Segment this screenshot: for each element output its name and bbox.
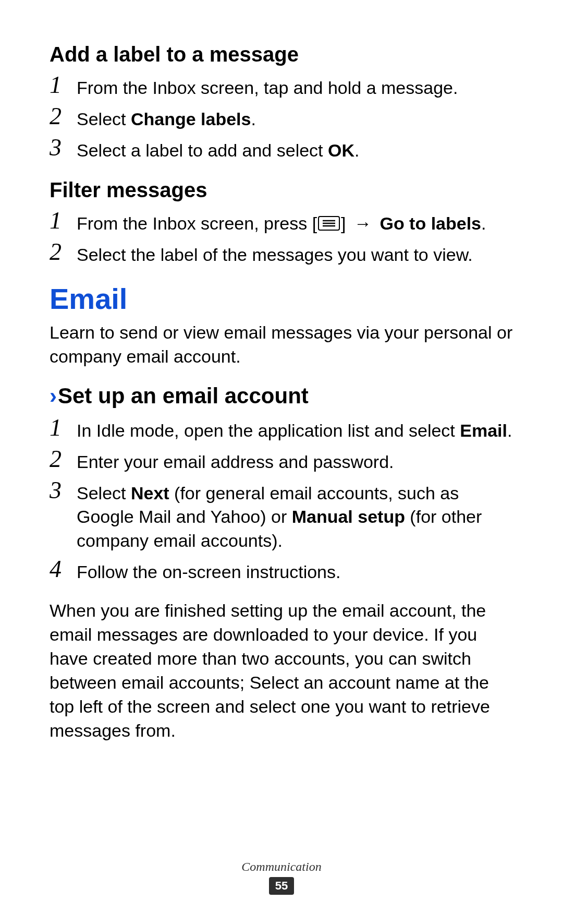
- step-text: Select the label of the messages you wan…: [77, 241, 513, 267]
- step-text: From the Inbox screen, tap and hold a me…: [77, 74, 513, 100]
- steps-setup-account: 1 In Idle mode, open the application lis…: [50, 417, 513, 584]
- heading-add-label: Add a label to a message: [50, 42, 513, 67]
- step-item: 2 Select Change labels.: [50, 105, 513, 131]
- step-number: 2: [50, 104, 77, 129]
- menu-icon: [318, 216, 340, 231]
- manual-page: Add a label to a message 1 From the Inbo…: [0, 0, 563, 924]
- step-number: 4: [50, 557, 77, 582]
- step-text: Select Next (for general email accounts,…: [77, 479, 513, 554]
- step-text: Select Change labels.: [77, 105, 513, 131]
- bold-fragment: OK: [328, 140, 354, 160]
- heading-email: Email: [50, 281, 513, 316]
- step-number: 2: [50, 447, 77, 472]
- step-item: 1 In Idle mode, open the application lis…: [50, 417, 513, 443]
- step-item: 1 From the Inbox screen, press [ ] → Go …: [50, 210, 513, 236]
- bold-fragment: Change labels: [131, 109, 251, 129]
- text-fragment: .: [481, 213, 486, 233]
- heading-text: Set up an email account: [58, 383, 309, 408]
- step-number: 3: [50, 135, 77, 160]
- step-text: Select a label to add and select OK.: [77, 137, 513, 163]
- text-fragment: .: [251, 109, 255, 129]
- step-item: 3 Select a label to add and select OK.: [50, 137, 513, 163]
- step-item: 2 Select the label of the messages you w…: [50, 241, 513, 267]
- bold-fragment: Go to labels: [380, 213, 481, 233]
- step-text: From the Inbox screen, press [ ] → Go to…: [77, 210, 513, 236]
- step-text: Enter your email address and password.: [77, 448, 513, 474]
- email-intro: Learn to send or view email messages via…: [50, 321, 513, 369]
- steps-filter-messages: 1 From the Inbox screen, press [ ] → Go …: [50, 210, 513, 267]
- step-number: 1: [50, 73, 77, 98]
- step-item: 1 From the Inbox screen, tap and hold a …: [50, 74, 513, 100]
- bold-fragment: Manual setup: [292, 507, 405, 526]
- heading-filter-messages: Filter messages: [50, 177, 513, 202]
- text-fragment: .: [354, 140, 359, 160]
- text-fragment: Select: [77, 109, 131, 129]
- step-number: 1: [50, 208, 77, 233]
- chevron-icon: ›: [50, 383, 57, 408]
- step-item: 3 Select Next (for general email account…: [50, 479, 513, 554]
- text-fragment: .: [507, 421, 512, 440]
- step-text: In Idle mode, open the application list …: [77, 417, 513, 443]
- bold-fragment: Next: [131, 483, 169, 503]
- page-number: 55: [269, 877, 294, 895]
- text-fragment: In Idle mode, open the application list …: [77, 421, 460, 440]
- text-fragment: Select: [77, 483, 131, 503]
- text-fragment: From the Inbox screen, press [: [77, 213, 317, 233]
- step-item: 2 Enter your email address and password.: [50, 448, 513, 474]
- step-number: 2: [50, 239, 77, 265]
- text-fragment: Select a label to add and select: [77, 140, 328, 160]
- steps-add-label: 1 From the Inbox screen, tap and hold a …: [50, 74, 513, 163]
- step-number: 3: [50, 478, 77, 503]
- footer-section-label: Communication: [0, 860, 563, 874]
- arrow-icon: →: [349, 213, 377, 233]
- page-footer: Communication 55: [0, 860, 563, 895]
- step-item: 4 Follow the on-screen instructions.: [50, 558, 513, 584]
- heading-setup-account: ›Set up an email account: [50, 383, 513, 409]
- step-text: Follow the on-screen instructions.: [77, 558, 513, 584]
- text-fragment: ]: [341, 213, 346, 233]
- step-number: 1: [50, 415, 77, 440]
- setup-outro: When you are finished setting up the ema…: [50, 599, 513, 742]
- bold-fragment: Email: [460, 421, 507, 440]
